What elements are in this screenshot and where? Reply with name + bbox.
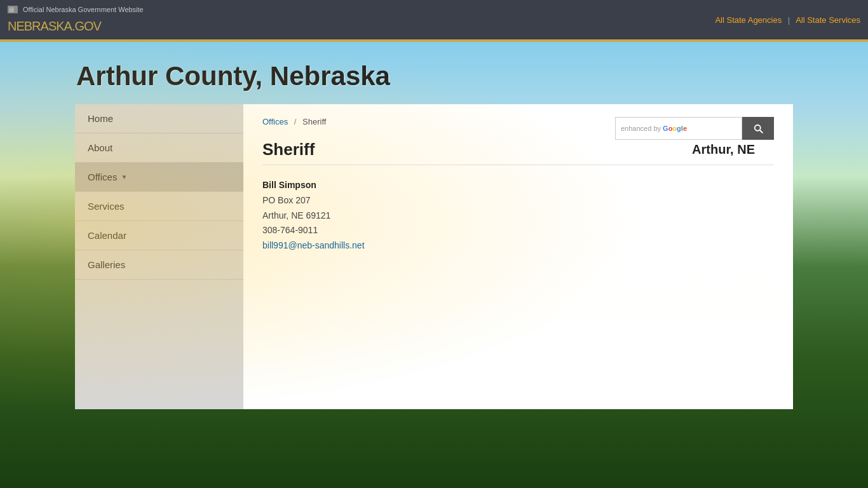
contact-email-link[interactable]: bill991@neb-sandhills.net bbox=[262, 240, 365, 250]
search-icon bbox=[752, 123, 764, 134]
sidebar-item-services[interactable]: Services bbox=[75, 192, 243, 221]
search-row: enhanced by Google bbox=[615, 117, 774, 140]
all-state-agencies-link[interactable]: All State Agencies bbox=[715, 15, 782, 25]
contact-email: bill991@neb-sandhills.net bbox=[262, 238, 774, 254]
gov-icon: 🖥 bbox=[8, 6, 18, 13]
contact-po-box: PO Box 207 bbox=[262, 193, 774, 208]
sidebar-item-home[interactable]: Home bbox=[75, 104, 243, 133]
contact-info: Bill Simpson PO Box 207 Arthur, NE 69121… bbox=[262, 178, 774, 254]
contact-phone: 308-764-9011 bbox=[262, 223, 774, 238]
search-input-wrapper: enhanced by Google bbox=[615, 117, 742, 140]
search-button[interactable] bbox=[742, 117, 774, 140]
sidebar-home-label: Home bbox=[88, 113, 113, 124]
gov-label: 🖥 Official Nebraska Government Website bbox=[8, 6, 144, 13]
sidebar-calendar-label: Calendar bbox=[88, 230, 126, 241]
page-title: Arthur County, Nebraska bbox=[76, 61, 792, 92]
location-heading: Arthur, NE bbox=[692, 142, 755, 157]
page-title-area: Arthur County, Nebraska bbox=[0, 42, 868, 104]
nebraska-text: NEBRASKA bbox=[8, 19, 72, 33]
enhanced-by-text: enhanced by bbox=[621, 125, 661, 132]
sidebar-services-label: Services bbox=[88, 201, 125, 212]
google-text: G bbox=[663, 125, 668, 132]
hero: Arthur County, Nebraska Home About Offic… bbox=[0, 42, 868, 488]
contact-city-state-zip: Arthur, NE 69121 bbox=[262, 208, 774, 224]
sidebar-about-label: About bbox=[88, 142, 112, 153]
gov-text: .GOV bbox=[72, 19, 101, 33]
chevron-down-icon: ▼ bbox=[121, 173, 127, 180]
breadcrumb: Offices / Sheriff bbox=[262, 117, 326, 126]
nebraska-logo: NEBRASKA.GOV bbox=[8, 13, 144, 34]
sidebar-offices-label: Offices bbox=[88, 172, 117, 182]
sidebar-item-offices[interactable]: Offices ▼ bbox=[75, 163, 243, 192]
breadcrumb-separator: / bbox=[294, 117, 297, 126]
content-area: Offices / Sheriff enhanced by Google bbox=[243, 104, 793, 409]
content-wrapper: Offices / Sheriff enhanced by Google bbox=[262, 117, 774, 254]
sidebar-galleries-label: Galleries bbox=[88, 259, 125, 270]
sidebar-item-about[interactable]: About bbox=[75, 133, 243, 163]
contact-name: Bill Simpson bbox=[262, 178, 774, 193]
breadcrumb-offices-link[interactable]: Offices bbox=[262, 117, 288, 126]
top-bar: 🖥 Official Nebraska Government Website N… bbox=[0, 0, 868, 39]
main-card: Home About Offices ▼ Services Calendar G… bbox=[75, 104, 793, 409]
breadcrumb-current: Sheriff bbox=[302, 117, 326, 126]
sidebar-item-galleries[interactable]: Galleries bbox=[75, 250, 243, 280]
sidebar-item-calendar[interactable]: Calendar bbox=[75, 221, 243, 250]
search-enhanced-label: enhanced by Google bbox=[621, 125, 687, 132]
top-bar-right: All State Agencies | All State Services bbox=[715, 15, 860, 25]
top-bar-left: 🖥 Official Nebraska Government Website N… bbox=[8, 6, 144, 34]
google-g: g bbox=[677, 125, 681, 132]
pipe-separator: | bbox=[788, 15, 790, 25]
gov-label-text: Official Nebraska Government Website bbox=[23, 6, 144, 13]
search-input[interactable] bbox=[687, 124, 738, 133]
sidebar: Home About Offices ▼ Services Calendar G… bbox=[75, 104, 243, 409]
all-state-services-link[interactable]: All State Services bbox=[796, 15, 860, 25]
